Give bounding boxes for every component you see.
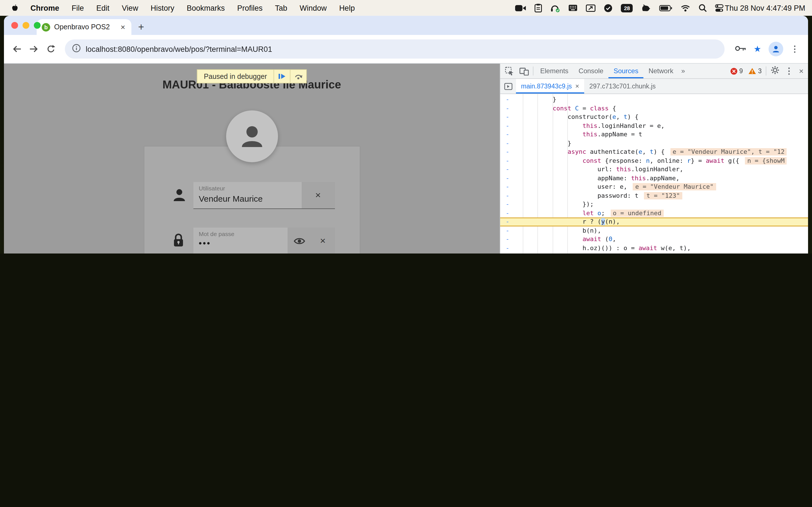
code-line[interactable]: - this.loginHandler = e, xyxy=(500,121,808,130)
code-line[interactable]: - } xyxy=(500,95,808,104)
tab-close-icon[interactable]: × xyxy=(119,22,126,32)
menu-bar-screen-share-icon[interactable] xyxy=(586,4,596,11)
code-line[interactable]: - }); xyxy=(500,200,808,209)
code-line[interactable]: - await (0, xyxy=(500,235,808,244)
code-line[interactable]: - this.appName = t xyxy=(500,130,808,139)
code-line[interactable]: - user: e,e = "Vendeur Maurice" xyxy=(500,182,808,191)
forward-icon[interactable] xyxy=(27,45,41,54)
apple-logo-icon[interactable] xyxy=(4,3,24,12)
inspect-element-icon[interactable] xyxy=(502,66,516,76)
menu-tab[interactable]: Tab xyxy=(269,4,294,12)
breakpoint-gutter[interactable]: - xyxy=(500,148,515,156)
username-value[interactable]: Vendeur Maurice xyxy=(199,194,263,203)
menu-bar-keyboard-icon[interactable] xyxy=(569,4,578,11)
menu-bar-clipboard-icon[interactable] xyxy=(535,3,542,12)
window-minimize-button[interactable] xyxy=(22,22,29,29)
breakpoint-gutter[interactable]: - xyxy=(500,191,515,200)
code-line[interactable]: - password: tt = "123" xyxy=(500,191,808,200)
menu-chrome[interactable]: Chrome xyxy=(24,4,65,12)
code-line[interactable]: - const {response: n, online: r} = await… xyxy=(500,156,808,165)
devtools-tab-console[interactable]: Console xyxy=(573,64,608,78)
breakpoint-gutter[interactable]: - xyxy=(500,235,515,244)
menu-bar-battery-icon[interactable] xyxy=(659,5,672,11)
password-key-icon[interactable] xyxy=(734,44,746,54)
code-line[interactable]: - const C = class { xyxy=(500,104,808,113)
breakpoint-gutter[interactable]: - xyxy=(500,182,515,191)
chrome-menu-icon[interactable]: ⋮ xyxy=(791,44,799,54)
menu-bar-check-circle-icon[interactable] xyxy=(604,4,613,12)
menu-history[interactable]: History xyxy=(144,4,181,12)
breakpoint-gutter[interactable]: - xyxy=(500,226,515,235)
code-line[interactable]: - async authenticate(e, t) {e = "Vendeur… xyxy=(500,148,808,156)
debugger-resume-icon[interactable] xyxy=(274,70,290,83)
file-tab-297.c713c701.chunk.js[interactable]: 297.c713c701.chunk.js xyxy=(584,79,661,94)
username-clear-icon[interactable]: × xyxy=(301,182,335,209)
code-line[interactable]: - let o;o = undefined xyxy=(500,209,808,217)
breakpoint-gutter[interactable]: - xyxy=(500,165,515,174)
password-value[interactable]: ••• xyxy=(199,238,211,248)
warning-badge[interactable]: 3 xyxy=(749,68,762,74)
menu-bar-wifi-icon[interactable] xyxy=(681,4,691,11)
breakpoint-gutter[interactable]: - xyxy=(500,95,515,104)
file-tab-close-icon[interactable]: × xyxy=(575,82,579,90)
breakpoint-gutter[interactable]: - xyxy=(500,200,515,209)
site-info-icon[interactable] xyxy=(72,44,81,54)
breakpoint-gutter[interactable]: - xyxy=(500,156,515,165)
menu-bar-animal-icon[interactable] xyxy=(642,4,651,12)
menu-bar-spotlight-icon[interactable] xyxy=(699,4,707,12)
password-field[interactable]: Mot de passe ••• × xyxy=(193,228,335,253)
breakpoint-gutter[interactable]: - xyxy=(500,174,515,182)
code-line[interactable]: - b(n), xyxy=(500,226,808,235)
debugger-step-over-icon[interactable] xyxy=(290,70,306,83)
show-password-eye-icon[interactable] xyxy=(287,228,311,253)
breakpoint-gutter[interactable]: - xyxy=(500,252,515,253)
device-toolbar-icon[interactable] xyxy=(516,67,531,75)
window-close-button[interactable] xyxy=(11,22,18,29)
menu-help[interactable]: Help xyxy=(333,4,361,12)
url-text[interactable]: localhost:8080/openbravo/web/pos/?termin… xyxy=(86,45,272,53)
new-tab-button[interactable]: + xyxy=(132,21,151,33)
menu-edit[interactable]: Edit xyxy=(90,4,116,12)
devtools-tab-network[interactable]: Network xyxy=(644,64,678,78)
show-navigator-icon[interactable] xyxy=(500,82,516,90)
address-bar[interactable]: localhost:8080/openbravo/web/pos/?termin… xyxy=(65,40,724,59)
menu-bar-clock[interactable]: Thu 28 Nov 4:47:49 PM xyxy=(725,4,805,12)
devtools-tab-elements[interactable]: Elements xyxy=(535,64,573,78)
menu-bar-video-camera-icon[interactable] xyxy=(515,4,526,11)
menu-bar-control-center-icon[interactable] xyxy=(715,4,724,12)
breakpoint-gutter[interactable]: - xyxy=(500,217,515,226)
file-tab-main.873943c9.js[interactable]: main.873943c9.js× xyxy=(516,79,584,94)
window-zoom-button[interactable] xyxy=(34,22,41,29)
browser-tab[interactable]: b Openbravo POS2 × xyxy=(37,19,132,35)
menu-bar-headset-check-icon[interactable] xyxy=(551,4,560,12)
breakpoint-gutter[interactable]: - xyxy=(500,130,515,139)
code-line[interactable]: - await (0, xyxy=(500,252,808,253)
code-line[interactable]: - url: this.loginHandler, xyxy=(500,165,808,174)
menu-view[interactable]: View xyxy=(116,4,144,12)
breakpoint-gutter[interactable]: - xyxy=(500,244,515,252)
profile-avatar[interactable] xyxy=(769,42,783,56)
reload-icon[interactable] xyxy=(43,45,58,54)
code-line[interactable]: - appName: this.appName, xyxy=(500,174,808,182)
breakpoint-gutter[interactable]: - xyxy=(500,113,515,121)
menu-bookmarks[interactable]: Bookmarks xyxy=(181,4,231,12)
breakpoint-gutter[interactable]: - xyxy=(500,121,515,130)
password-clear-icon[interactable]: × xyxy=(311,228,335,253)
code-line[interactable]: - } xyxy=(500,139,808,148)
menu-profiles[interactable]: Profiles xyxy=(231,4,269,12)
menu-bar-calendar-28-icon[interactable]: 28 xyxy=(621,4,633,12)
devtools-menu-icon[interactable]: ⋮ xyxy=(782,66,796,76)
devtools-tab-sources[interactable]: Sources xyxy=(608,64,644,78)
code-line[interactable]: - constructor(e, t) { xyxy=(500,113,808,121)
settings-gear-icon[interactable] xyxy=(768,66,782,76)
username-field[interactable]: Utilisateur Vendeur Maurice × xyxy=(193,182,335,209)
devtools-close-icon[interactable]: × xyxy=(796,66,806,75)
breakpoint-gutter[interactable]: - xyxy=(500,209,515,217)
breakpoint-gutter[interactable]: - xyxy=(500,104,515,113)
bookmark-star-icon[interactable]: ★ xyxy=(754,44,761,54)
menu-file[interactable]: File xyxy=(65,4,90,12)
code-line[interactable]: - h.oz)()) : o = await w(e, t), xyxy=(500,244,808,252)
menu-window[interactable]: Window xyxy=(294,4,333,12)
back-icon[interactable] xyxy=(10,45,24,54)
more-tabs-icon[interactable]: » xyxy=(678,67,688,75)
